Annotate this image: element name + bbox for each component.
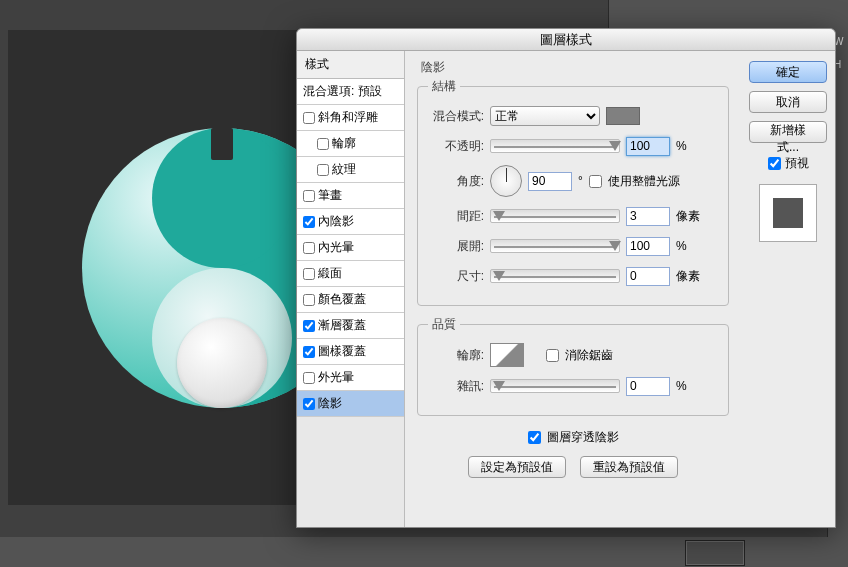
style-checkbox[interactable] (303, 268, 315, 280)
cancel-button[interactable]: 取消 (749, 91, 827, 113)
noise-slider[interactable] (490, 379, 620, 393)
style-checkbox[interactable] (303, 112, 315, 124)
angle-dial[interactable] (490, 165, 522, 197)
angle-input[interactable] (528, 172, 572, 191)
style-label: 斜角和浮雕 (318, 109, 378, 126)
contour-picker[interactable] (490, 343, 524, 367)
style-label: 筆畫 (318, 187, 342, 204)
antialias-checkbox[interactable] (546, 349, 559, 362)
styles-list: 樣式 混合選項: 預設 斜角和浮雕輪廓紋理筆畫內陰影內光暈緞面顏色覆蓋漸層覆蓋圖… (297, 51, 405, 527)
opacity-slider[interactable] (490, 139, 620, 153)
reset-default-button[interactable]: 重設為預設值 (580, 456, 678, 478)
style-checkbox[interactable] (303, 216, 315, 228)
style-row-7[interactable]: 顏色覆蓋 (297, 287, 404, 313)
style-label: 外光暈 (318, 369, 354, 386)
structure-group: 結構 混合模式: 正常 不透明: % 角度: ° (417, 78, 729, 306)
style-label: 圖樣覆蓋 (318, 343, 366, 360)
spread-input[interactable] (626, 237, 670, 256)
style-row-6[interactable]: 緞面 (297, 261, 404, 287)
style-row-8[interactable]: 漸層覆蓋 (297, 313, 404, 339)
layer-thumbnail[interactable] (685, 540, 745, 566)
style-label: 內陰影 (318, 213, 354, 230)
style-checkbox[interactable] (303, 346, 315, 358)
distance-slider[interactable] (490, 209, 620, 223)
bottom-panel (0, 537, 848, 567)
style-row-10[interactable]: 外光暈 (297, 365, 404, 391)
style-row-4[interactable]: 內陰影 (297, 209, 404, 235)
style-row-5[interactable]: 內光暈 (297, 235, 404, 261)
style-checkbox[interactable] (303, 372, 315, 384)
opacity-input[interactable] (626, 137, 670, 156)
make-default-button[interactable]: 設定為預設值 (468, 456, 566, 478)
global-light-checkbox[interactable] (589, 175, 602, 188)
styles-header[interactable]: 樣式 (297, 51, 404, 79)
style-row-9[interactable]: 圖樣覆蓋 (297, 339, 404, 365)
style-label: 緞面 (318, 265, 342, 282)
style-row-3[interactable]: 筆畫 (297, 183, 404, 209)
blend-options-row[interactable]: 混合選項: 預設 (297, 79, 404, 105)
style-label: 陰影 (318, 395, 342, 412)
style-label: 內光暈 (318, 239, 354, 256)
style-row-1[interactable]: 輪廓 (297, 131, 404, 157)
new-style-button[interactable]: 新增樣式... (749, 121, 827, 143)
blend-mode-label: 混合模式: (428, 108, 484, 125)
style-label: 輪廓 (332, 135, 356, 152)
style-checkbox[interactable] (317, 138, 329, 150)
quality-group: 品質 輪廓: 消除鋸齒 雜訊: % (417, 316, 729, 416)
style-row-0[interactable]: 斜角和浮雕 (297, 105, 404, 131)
style-label: 顏色覆蓋 (318, 291, 366, 308)
preview-thumbnail (759, 184, 817, 242)
ok-button[interactable]: 確定 (749, 61, 827, 83)
style-label: 紋理 (332, 161, 356, 178)
layer-style-dialog: 圖層樣式 樣式 混合選項: 預設 斜角和浮雕輪廓紋理筆畫內陰影內光暈緞面顏色覆蓋… (296, 28, 836, 528)
dialog-title: 圖層樣式 (297, 29, 835, 51)
style-checkbox[interactable] (303, 190, 315, 202)
preview-checkbox[interactable] (768, 157, 781, 170)
blend-mode-select[interactable]: 正常 (490, 106, 600, 126)
style-label: 漸層覆蓋 (318, 317, 366, 334)
style-checkbox[interactable] (303, 242, 315, 254)
size-input[interactable] (626, 267, 670, 286)
style-checkbox[interactable] (303, 398, 315, 410)
style-row-11[interactable]: 陰影 (297, 391, 404, 417)
spread-slider[interactable] (490, 239, 620, 253)
knockout-checkbox[interactable] (528, 431, 541, 444)
distance-input[interactable] (626, 207, 670, 226)
style-checkbox[interactable] (303, 294, 315, 306)
size-slider[interactable] (490, 269, 620, 283)
panel-title: 陰影 (417, 59, 729, 76)
style-row-2[interactable]: 紋理 (297, 157, 404, 183)
style-checkbox[interactable] (317, 164, 329, 176)
shadow-color-swatch[interactable] (606, 107, 640, 125)
style-checkbox[interactable] (303, 320, 315, 332)
noise-input[interactable] (626, 377, 670, 396)
